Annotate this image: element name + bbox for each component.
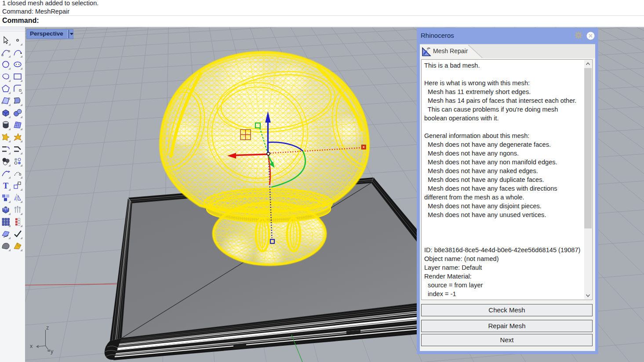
svg-text:T: T xyxy=(3,181,8,190)
svg-text:x: x xyxy=(30,343,33,349)
svg-text:z: z xyxy=(46,325,49,331)
svg-text:y: y xyxy=(51,348,54,355)
